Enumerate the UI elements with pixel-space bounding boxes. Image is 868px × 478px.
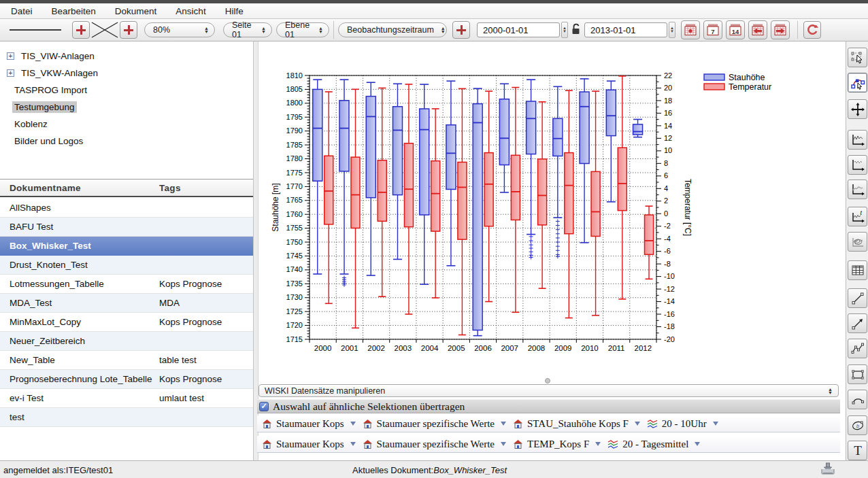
transfer-checkbox-label: Auswahl auf ähnliche Selektionen übertra… (273, 400, 465, 413)
chart-time-tool-button[interactable]: t (848, 207, 867, 226)
tree-item[interactable]: Koblenz (0, 116, 253, 133)
page-select[interactable]: Seite 01 ▲▼ (223, 22, 272, 37)
column-dokumentname[interactable]: Dokumentname (0, 183, 159, 193)
scrollbar-thumb[interactable] (545, 378, 550, 383)
svg-text:b: b (856, 423, 859, 428)
dataset-action-value: WISKI Datensätze manipulieren (265, 386, 385, 396)
transfer-selection-bar: ✓ Auswahl auf ähnliche Selektionen übert… (257, 399, 840, 413)
table-row[interactable]: ev-i Testumlaut test (0, 389, 253, 408)
chart-line-dashed-tool-button[interactable] (848, 155, 867, 175)
add-symbol-button[interactable] (120, 21, 137, 39)
tree-item[interactable]: Bilder und Logos (0, 133, 253, 150)
chart-line-dashed-tool-icon (850, 158, 865, 173)
menu-bearbeiten[interactable]: Bearbeiten (52, 6, 96, 16)
selection-dropdown[interactable]: Staumauer spezifische Werte (363, 418, 506, 430)
selection-label: TEMP_Kops F (527, 439, 589, 450)
selection-label: 20 - 10Uhr (662, 418, 707, 430)
svg-text:1775: 1775 (286, 169, 303, 177)
selection-dropdown[interactable]: Staumauer Kops (262, 439, 356, 450)
column-tags[interactable]: Tags (159, 183, 181, 193)
document-list-header: Dokumentname Tags (0, 179, 253, 197)
unlock-icon[interactable] (571, 22, 582, 38)
table-row[interactable]: test (0, 408, 253, 427)
select-tool-button[interactable] (848, 48, 867, 67)
tree-item-label: Koblenz (12, 118, 50, 130)
arc-tool-button[interactable] (848, 390, 867, 409)
date-from-field[interactable]: 2000-01-01 (477, 22, 560, 37)
polyline-tool-button[interactable] (848, 339, 867, 358)
transfer-checkbox[interactable]: ✓ (259, 402, 269, 411)
table-row[interactable]: MDA_TestMDA (0, 294, 253, 313)
svg-text:1720: 1720 (286, 321, 303, 329)
svg-text:2011: 2011 (608, 344, 625, 352)
svg-text:0: 0 (664, 209, 668, 218)
calendar-back-button[interactable] (748, 20, 767, 39)
refresh-button[interactable] (803, 21, 821, 39)
arrow-tool-button[interactable] (848, 313, 867, 333)
tree-item[interactable]: Testumgebung (0, 99, 253, 116)
table-row[interactable]: Neuer_Zeitbereich (0, 332, 253, 351)
table-row[interactable]: AllShapes (0, 199, 253, 218)
zoom-select[interactable]: 80% ▲▼ (144, 22, 215, 37)
line-tool-button[interactable] (848, 288, 867, 308)
rectangle-tool-button[interactable] (848, 364, 867, 384)
tree-item[interactable]: +TIS_VKW-Anlagen (0, 65, 253, 82)
export-icon[interactable] (820, 461, 836, 478)
selection-dropdown[interactable]: Staumauer Kops (262, 418, 356, 430)
dataset-action-select[interactable]: WISKI Datensätze manipulieren ▲▼ (258, 384, 839, 397)
tree-item[interactable]: +TIS_VIW-Anlagen (0, 48, 253, 65)
expand-icon[interactable]: + (7, 69, 14, 77)
table-row[interactable]: Drust_Knoten_Test (0, 256, 253, 275)
expand-icon[interactable]: + (7, 52, 14, 60)
tree-item[interactable]: TASPROG Import (0, 82, 253, 99)
svg-text:-4: -4 (664, 235, 671, 243)
selection-dropdown[interactable]: STAU_Stauhöhe Kops F (513, 418, 640, 430)
chart-shapes-tool-button[interactable] (848, 232, 867, 252)
menu-hilfe[interactable]: Hilfe (225, 6, 244, 16)
select-arrows-icon: ▲▼ (828, 388, 833, 394)
table-row[interactable]: New_Tabletable test (0, 351, 253, 370)
line-style-sample[interactable] (8, 21, 63, 39)
date-to-field[interactable]: 2013-01-01 (584, 22, 667, 37)
move-tool-button[interactable] (848, 99, 867, 119)
table-row[interactable]: BAFU Test (0, 218, 253, 237)
period-select[interactable]: Beobachtungszeitraum ▲▼ (338, 22, 447, 37)
table-row[interactable]: MinMaxLot_CopyKops Prognose (0, 313, 253, 332)
box-whisker-chart[interactable]: 1715172017251730173517401745175017551760… (269, 47, 839, 387)
calendar-14-button[interactable]: 14 (726, 20, 745, 39)
selection-label: Staumauer spezifische Werte (377, 418, 495, 430)
add-period-button[interactable] (452, 21, 470, 39)
svg-text:1740: 1740 (286, 265, 303, 273)
calendar-select-button[interactable] (681, 20, 700, 39)
menu-datei[interactable]: Datei (11, 6, 33, 16)
table-row[interactable]: Lotmessungen_TabelleKops Prognose (0, 275, 253, 294)
selection-dropdown[interactable]: TEMP_Kops F (513, 439, 601, 450)
chart-line-tool-button[interactable] (848, 130, 867, 150)
bezier-edit-tool-button[interactable] (848, 73, 867, 92)
tree-item-label: TIS_VKW-Anlagen (19, 67, 100, 79)
ellipse-tool-button[interactable]: b (848, 415, 867, 435)
menu-dokument[interactable]: Dokument (115, 6, 157, 16)
menu-ansicht[interactable]: Ansicht (176, 6, 205, 16)
table-row[interactable]: Prognoseberechnung Lote_TabelleKops Prog… (0, 370, 253, 389)
calendar-forward-button[interactable] (771, 20, 790, 39)
calendar-7-button[interactable]: 7 (703, 20, 722, 39)
no-symbol-icon[interactable] (90, 20, 120, 39)
selection-dropdown[interactable]: 20 - Tagesmittel (607, 439, 700, 450)
panel-divider[interactable] (253, 41, 258, 460)
date-from-spinner[interactable]: ▲▼ (561, 22, 568, 38)
svg-text:10: 10 (664, 146, 672, 154)
add-line-button[interactable] (72, 21, 90, 39)
chart-line-faded-tool-button[interactable] (848, 180, 867, 199)
station-icon (363, 419, 373, 429)
selection-dropdown[interactable]: Staumauer spezifische Werte (363, 439, 506, 450)
date-to-spinner[interactable]: ▲▼ (669, 22, 675, 38)
layer-value: Ebene 01 (285, 20, 312, 39)
selection-dropdown[interactable]: 20 - 10Uhr (647, 418, 718, 430)
tree-item-label: Testumgebung (12, 101, 77, 113)
table-row[interactable]: Box_Whisker_Test (0, 237, 253, 256)
svg-text:1735: 1735 (286, 279, 303, 288)
text-tool-button[interactable]: T (848, 441, 867, 460)
layer-select[interactable]: Ebene 01 ▲▼ (276, 22, 329, 37)
table-tool-button[interactable] (848, 260, 867, 280)
